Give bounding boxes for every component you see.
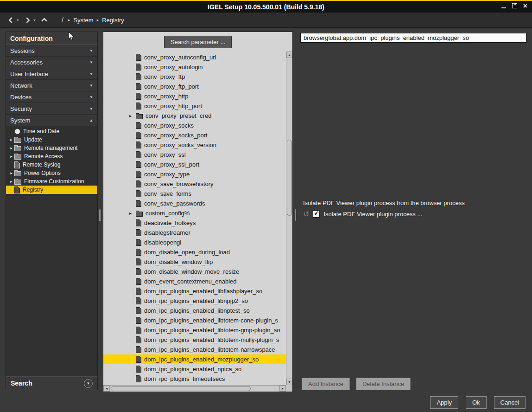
registry-item-dom-ipc-plugins-timeoutsecs[interactable]: dom_ipc_plugins_timeoutsecs (103, 374, 286, 384)
sidebar-item-user-interface[interactable]: User Interface▼ (6, 68, 97, 80)
sidebar-item-system[interactable]: System▲ (6, 115, 97, 126)
forward-button[interactable] (24, 17, 31, 24)
registry-item-conv-save-forms[interactable]: conv_save_forms (103, 189, 286, 199)
registry-item-conv-proxy-socks-version[interactable]: conv_proxy_socks_version (103, 140, 286, 150)
registry-item-conv-proxy-http-port[interactable]: conv_proxy_http_port (103, 101, 286, 111)
ok-button[interactable]: Ok (466, 396, 487, 409)
system-item-remote-management[interactable]: ▸Remote management (6, 144, 97, 152)
registry-item-dom-ipc-plugins-enabled-libnptest-so[interactable]: dom_ipc_plugins_enabled_libnptest_so (103, 306, 286, 315)
expand-arrow-icon[interactable]: ▸ (8, 137, 14, 142)
apply-button[interactable]: Apply (430, 396, 458, 409)
registry-item-conv-proxy-ssl[interactable]: conv_proxy_ssl (103, 150, 286, 160)
registry-item-conv-proxy-preset-cred[interactable]: ▸conv_proxy_preset_cred (103, 111, 286, 121)
sidebar-item-devices[interactable]: Devices▼ (6, 91, 97, 103)
expand-arrow-icon[interactable]: ▸ (8, 154, 14, 159)
registry-item-conv-proxy-autologin[interactable]: conv_proxy_autologin (103, 62, 286, 72)
back-button[interactable] (7, 17, 14, 24)
minimize-icon[interactable] (501, 3, 506, 8)
registry-item-dom-ipc-plugins-enabled-libtotem-gmp-plugin-so[interactable]: dom_ipc_plugins_enabled_libtotem-gmp-plu… (103, 325, 286, 335)
registry-item-conv-proxy-type[interactable]: conv_proxy_type (103, 169, 286, 179)
sidebar-item-network[interactable]: Network▼ (6, 80, 97, 91)
system-item-firmware-customization[interactable]: ▸Firmware Customization (6, 177, 97, 186)
up-button[interactable] (41, 17, 48, 24)
registry-item-dom-disable-open-during-load[interactable]: dom_disable_open_during_load (103, 247, 286, 257)
sidebar-item-accessories[interactable]: Accessories▼ (6, 57, 97, 68)
registry-item-conv-proxy-socks-port[interactable]: conv_proxy_socks_port (103, 130, 286, 140)
isolate-checkbox[interactable] (313, 211, 320, 218)
reset-to-default-icon[interactable]: ↺ (303, 211, 309, 218)
add-instance-button[interactable]: Add Instance (302, 378, 350, 390)
registry-item-dom-ipc-plugins-enabled-libtotem-narrowspace[interactable]: dom_ipc_plugins_enabled_libtotem-narrows… (103, 345, 286, 354)
search-expand-button[interactable]: ▼ (84, 379, 93, 388)
registry-item-conv-proxy-ftp-port[interactable]: conv_proxy_ftp_port (103, 82, 286, 91)
tree-item-label: conv_proxy_ssl (144, 151, 186, 158)
registry-item-conv-proxy-ftp[interactable]: conv_proxy_ftp (103, 72, 286, 82)
registry-item-deactivate-hotkeys[interactable]: deactivate_hotkeys (103, 218, 286, 228)
file-icon (136, 180, 141, 187)
chevron-down-icon: ▼ (89, 72, 93, 76)
registry-item-dom-ipc-plugins-enabled-libnpjp2-so[interactable]: dom_ipc_plugins_enabled_libnpjp2_so (103, 296, 286, 306)
system-item-registry[interactable]: Registry (6, 186, 97, 194)
file-icon (136, 366, 141, 373)
expand-arrow-icon[interactable]: ▸ (129, 113, 136, 118)
system-item-remote-syslog[interactable]: Remote Syslog (6, 161, 97, 169)
registry-item-dom-ipc-plugins-enabled-libtotem-mully-plugin-s[interactable]: dom_ipc_plugins_enabled_libtotem-mully-p… (103, 335, 286, 345)
close-icon[interactable]: × (523, 4, 527, 8)
vertical-scrollbar[interactable]: ▲ ▼ (286, 52, 292, 385)
file-icon (136, 268, 141, 275)
horizontal-scroll-thumb[interactable] (111, 386, 251, 391)
expand-arrow-icon[interactable]: ▸ (8, 146, 14, 150)
system-item-power-options[interactable]: ▸Power Options (6, 169, 97, 177)
delete-instance-button[interactable]: Delete Instance (356, 378, 411, 390)
registry-item-dom-ipc-plugins-enabled-npica-so[interactable]: dom_ipc_plugins_enabled_npica_so (103, 364, 286, 374)
splitter-handle[interactable] (99, 209, 101, 221)
breadcrumb-item-registry[interactable]: Registry (102, 17, 124, 24)
back-dropdown-icon[interactable]: ▼ (16, 19, 19, 22)
expand-arrow-icon[interactable]: ▸ (8, 179, 14, 184)
registry-item-dom-ipc-plugins-enabled-mozplugger-so[interactable]: dom_ipc_plugins_enabled_mozplugger_so (103, 354, 286, 364)
restore-icon[interactable] (512, 3, 517, 8)
registry-item-conv-proxy-socks[interactable]: conv_proxy_socks (103, 121, 286, 130)
instance-buttons: Add Instance Delete Instance (302, 378, 411, 390)
breadcrumb-item-system[interactable]: System (73, 17, 93, 24)
cancel-button[interactable]: Cancel (494, 396, 526, 409)
forward-dropdown-icon[interactable]: ▼ (33, 19, 36, 22)
panel-splitter[interactable] (294, 32, 298, 392)
registry-item-conv-save-passwords[interactable]: conv_save_passwords (103, 199, 286, 208)
sidebar-item-sessions[interactable]: Sessions▼ (6, 45, 97, 57)
expand-arrow-icon[interactable]: ▸ (129, 211, 136, 216)
parameter-path-field[interactable] (300, 33, 526, 43)
system-item-update[interactable]: ▸Update (6, 135, 97, 144)
file-icon (136, 132, 141, 139)
registry-item-dom-ipc-plugins-enabled-libflashplayer-so[interactable]: dom_ipc_plugins_enabled_libflashplayer_s… (103, 286, 286, 296)
horizontal-scrollbar[interactable]: ◄ ► (103, 385, 286, 392)
sidebar-splitter[interactable] (98, 32, 102, 392)
registry-item-dom-disable-window-move-resize[interactable]: dom_disable_window_move_resize (103, 267, 286, 277)
tree-item-label: Power Options (24, 170, 61, 176)
registry-item-dom-event-contextmenu-enabled[interactable]: dom_event_contextmenu_enabled (103, 277, 286, 286)
file-icon (136, 239, 141, 246)
vertical-scroll-thumb[interactable] (287, 140, 292, 216)
expand-arrow-icon[interactable]: ▸ (8, 171, 14, 175)
registry-item-dom-disable-window-flip[interactable]: dom_disable_window_flip (103, 257, 286, 267)
scroll-down-icon[interactable]: ▼ (286, 379, 292, 385)
search-section-header[interactable]: Search ▼ (6, 376, 97, 390)
tree-item-label: Time and Date (23, 128, 59, 135)
sidebar-item-security[interactable]: Security▼ (6, 103, 97, 115)
registry-item-conv-proxy-autoconfig-url[interactable]: conv_proxy_autoconfig_url (103, 52, 286, 62)
system-item-remote-access[interactable]: ▸Remote Access (6, 152, 97, 161)
registry-item-disableopengl[interactable]: disableopengl (103, 238, 286, 247)
system-item-time-and-date[interactable]: Time and Date (6, 127, 97, 135)
registry-item-disablegstreamer[interactable]: disablegstreamer (103, 228, 286, 238)
registry-item-dom-ipc-plugins-enabled-libtotem-cone-plugin-s[interactable]: dom_ipc_plugins_enabled_libtotem-cone-pl… (103, 315, 286, 325)
registry-item-conv-save-browsehistory[interactable]: conv_save_browsehistory (103, 179, 286, 189)
registry-item-custom-config[interactable]: ▸custom_config% (103, 208, 286, 218)
registry-item-conv-proxy-ssl-port[interactable]: conv_proxy_ssl_port (103, 160, 286, 169)
splitter-handle[interactable] (295, 209, 296, 221)
tree-item-label: dom_disable_window_move_resize (144, 268, 239, 275)
scroll-right-icon[interactable]: ► (279, 386, 286, 392)
scroll-left-icon[interactable]: ◄ (103, 386, 110, 392)
registry-item-conv-proxy-http[interactable]: conv_proxy_http (103, 91, 286, 101)
scroll-up-icon[interactable]: ▲ (286, 52, 292, 58)
search-parameter-button[interactable]: Search parameter ... (164, 36, 232, 48)
